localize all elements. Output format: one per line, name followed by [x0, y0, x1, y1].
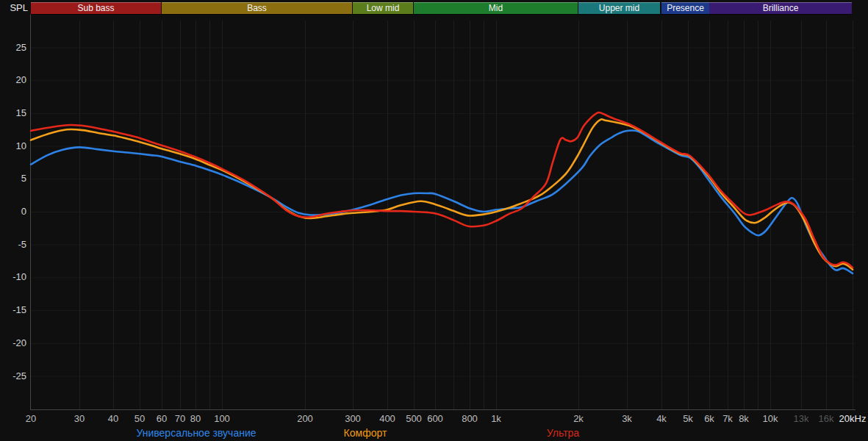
curve-series-1 [31, 119, 853, 270]
legend-item-comfort[interactable]: Комфорт [344, 427, 387, 439]
band-brilliance: Brilliance [709, 2, 852, 14]
x-tick-label-7k: 7k [722, 413, 733, 424]
legend-item-universal-sound[interactable]: Универсальное звучание [136, 427, 256, 439]
x-tick-label-40: 40 [108, 413, 118, 424]
x-tick-label-3k: 3k [622, 413, 632, 424]
x-tick-label-20: 20 [26, 413, 36, 424]
x-tick-label-300: 300 [345, 413, 361, 424]
x-tick-label-600: 600 [427, 413, 443, 424]
x-tick-label-13k: 13k [794, 413, 809, 424]
band-upper-mid: Upper mid [578, 2, 660, 14]
y-tick-label: 15 [0, 107, 26, 119]
spl-axis-label: SPL [0, 2, 28, 13]
y-tick-label: 10 [0, 140, 26, 152]
band-label: Sub bass [31, 3, 161, 14]
band-label: Upper mid [578, 3, 660, 14]
band-sub-bass: Sub bass [31, 2, 161, 14]
x-tick-label-5k: 5k [683, 413, 693, 424]
y-tick-label: -15 [0, 304, 26, 316]
x-tick-label-50: 50 [134, 413, 145, 424]
x-tick-label-8k: 8k [739, 413, 749, 424]
band-bass: Bass [162, 2, 352, 14]
x-tick-label-800: 800 [462, 413, 478, 424]
x-tick-label-6k: 6k [704, 413, 714, 424]
x-tick-label-100: 100 [214, 413, 230, 424]
x-tick-label-16k: 16k [819, 413, 834, 424]
band-mid: Mid [414, 2, 578, 14]
x-tick-label-60: 60 [157, 413, 167, 424]
band-label: Brilliance [709, 3, 852, 14]
y-tick-label: 25 [0, 42, 26, 54]
x-tick-label-500: 500 [406, 413, 422, 424]
band-label: Presence [661, 3, 709, 14]
band-low-mid: Low mid [353, 2, 413, 14]
x-tick-label-80: 80 [190, 413, 201, 424]
frequency-response-chart: SPL Sub bassBassLow midMidUpper midPrese… [0, 0, 868, 441]
x-tick-label-30: 30 [74, 413, 85, 424]
band-label: Mid [414, 3, 578, 14]
plot-area [0, 0, 868, 441]
y-tick-label: 5 [0, 173, 26, 184]
x-tick-label-1k: 1k [491, 413, 501, 424]
x-tick-label-4k: 4k [656, 413, 667, 424]
x-tick-label-10k: 10k [763, 413, 778, 424]
y-tick-label: -25 [0, 370, 26, 382]
x-tick-label-20khz: 20kHz [839, 413, 867, 424]
y-tick-label: 0 [0, 206, 26, 218]
x-tick-label-200: 200 [297, 413, 313, 424]
y-tick-label: 20 [0, 74, 26, 86]
x-tick-label-70: 70 [175, 413, 185, 424]
band-label: Low mid [353, 3, 413, 14]
curve-series-2 [31, 112, 853, 268]
y-tick-label: -5 [0, 239, 26, 251]
x-tick-label-2k: 2k [573, 413, 584, 424]
y-tick-label: -20 [0, 337, 26, 349]
y-tick-label: -10 [0, 271, 26, 283]
x-tick-label-400: 400 [379, 413, 395, 424]
band-presence: Presence [661, 2, 709, 14]
legend-item-ultra[interactable]: Ультра [547, 427, 579, 439]
band-label: Bass [162, 3, 352, 14]
